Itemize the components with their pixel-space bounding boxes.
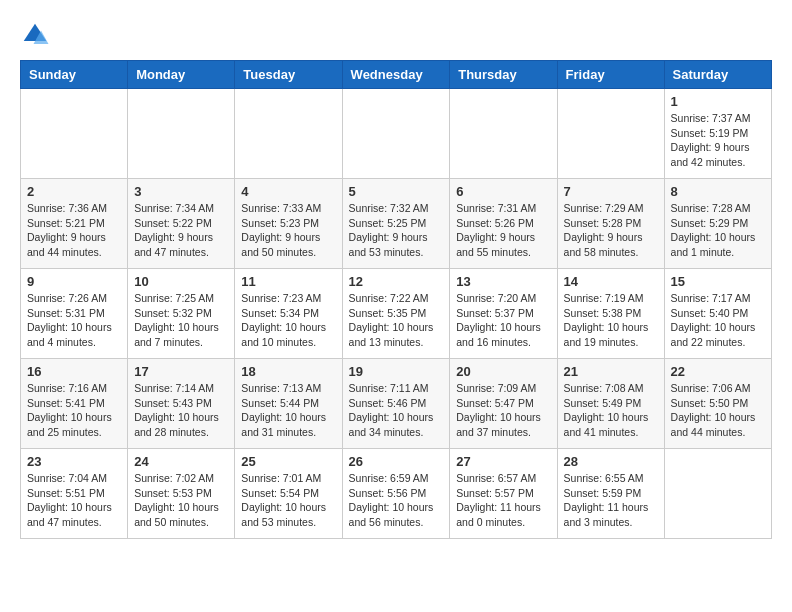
weekday-header-row: SundayMondayTuesdayWednesdayThursdayFrid…: [21, 61, 772, 89]
calendar-cell: 8Sunrise: 7:28 AM Sunset: 5:29 PM Daylig…: [664, 179, 771, 269]
calendar-cell: 12Sunrise: 7:22 AM Sunset: 5:35 PM Dayli…: [342, 269, 450, 359]
calendar-cell: 23Sunrise: 7:04 AM Sunset: 5:51 PM Dayli…: [21, 449, 128, 539]
day-info: Sunrise: 7:23 AM Sunset: 5:34 PM Dayligh…: [241, 291, 335, 350]
calendar-cell: [235, 89, 342, 179]
calendar-week-row: 2Sunrise: 7:36 AM Sunset: 5:21 PM Daylig…: [21, 179, 772, 269]
calendar-week-row: 1Sunrise: 7:37 AM Sunset: 5:19 PM Daylig…: [21, 89, 772, 179]
calendar-cell: 22Sunrise: 7:06 AM Sunset: 5:50 PM Dayli…: [664, 359, 771, 449]
calendar-cell: 18Sunrise: 7:13 AM Sunset: 5:44 PM Dayli…: [235, 359, 342, 449]
day-number: 18: [241, 364, 335, 379]
day-number: 20: [456, 364, 550, 379]
calendar-cell: 7Sunrise: 7:29 AM Sunset: 5:28 PM Daylig…: [557, 179, 664, 269]
calendar-cell: 24Sunrise: 7:02 AM Sunset: 5:53 PM Dayli…: [128, 449, 235, 539]
calendar-cell: 17Sunrise: 7:14 AM Sunset: 5:43 PM Dayli…: [128, 359, 235, 449]
weekday-header: Wednesday: [342, 61, 450, 89]
day-info: Sunrise: 6:55 AM Sunset: 5:59 PM Dayligh…: [564, 471, 658, 530]
day-number: 23: [27, 454, 121, 469]
day-info: Sunrise: 7:36 AM Sunset: 5:21 PM Dayligh…: [27, 201, 121, 260]
logo-icon: [20, 20, 50, 50]
weekday-header: Tuesday: [235, 61, 342, 89]
day-number: 24: [134, 454, 228, 469]
calendar-cell: 5Sunrise: 7:32 AM Sunset: 5:25 PM Daylig…: [342, 179, 450, 269]
day-info: Sunrise: 6:59 AM Sunset: 5:56 PM Dayligh…: [349, 471, 444, 530]
day-info: Sunrise: 7:31 AM Sunset: 5:26 PM Dayligh…: [456, 201, 550, 260]
calendar-cell: 4Sunrise: 7:33 AM Sunset: 5:23 PM Daylig…: [235, 179, 342, 269]
day-number: 6: [456, 184, 550, 199]
day-number: 8: [671, 184, 765, 199]
day-info: Sunrise: 7:14 AM Sunset: 5:43 PM Dayligh…: [134, 381, 228, 440]
day-info: Sunrise: 7:06 AM Sunset: 5:50 PM Dayligh…: [671, 381, 765, 440]
calendar-cell: 27Sunrise: 6:57 AM Sunset: 5:57 PM Dayli…: [450, 449, 557, 539]
calendar-cell: [557, 89, 664, 179]
calendar-cell: 13Sunrise: 7:20 AM Sunset: 5:37 PM Dayli…: [450, 269, 557, 359]
calendar-cell: 1Sunrise: 7:37 AM Sunset: 5:19 PM Daylig…: [664, 89, 771, 179]
day-number: 13: [456, 274, 550, 289]
day-info: Sunrise: 7:34 AM Sunset: 5:22 PM Dayligh…: [134, 201, 228, 260]
weekday-header: Saturday: [664, 61, 771, 89]
day-number: 17: [134, 364, 228, 379]
day-info: Sunrise: 7:02 AM Sunset: 5:53 PM Dayligh…: [134, 471, 228, 530]
calendar-cell: 19Sunrise: 7:11 AM Sunset: 5:46 PM Dayli…: [342, 359, 450, 449]
day-info: Sunrise: 7:11 AM Sunset: 5:46 PM Dayligh…: [349, 381, 444, 440]
calendar-cell: 16Sunrise: 7:16 AM Sunset: 5:41 PM Dayli…: [21, 359, 128, 449]
day-info: Sunrise: 7:13 AM Sunset: 5:44 PM Dayligh…: [241, 381, 335, 440]
calendar-week-row: 16Sunrise: 7:16 AM Sunset: 5:41 PM Dayli…: [21, 359, 772, 449]
calendar-cell: 3Sunrise: 7:34 AM Sunset: 5:22 PM Daylig…: [128, 179, 235, 269]
day-info: Sunrise: 7:25 AM Sunset: 5:32 PM Dayligh…: [134, 291, 228, 350]
day-number: 3: [134, 184, 228, 199]
calendar-cell: [21, 89, 128, 179]
day-info: Sunrise: 7:22 AM Sunset: 5:35 PM Dayligh…: [349, 291, 444, 350]
weekday-header: Friday: [557, 61, 664, 89]
day-info: Sunrise: 7:20 AM Sunset: 5:37 PM Dayligh…: [456, 291, 550, 350]
day-info: Sunrise: 7:16 AM Sunset: 5:41 PM Dayligh…: [27, 381, 121, 440]
weekday-header: Sunday: [21, 61, 128, 89]
calendar-cell: 21Sunrise: 7:08 AM Sunset: 5:49 PM Dayli…: [557, 359, 664, 449]
day-info: Sunrise: 7:28 AM Sunset: 5:29 PM Dayligh…: [671, 201, 765, 260]
day-number: 19: [349, 364, 444, 379]
day-info: Sunrise: 7:19 AM Sunset: 5:38 PM Dayligh…: [564, 291, 658, 350]
calendar-cell: 26Sunrise: 6:59 AM Sunset: 5:56 PM Dayli…: [342, 449, 450, 539]
day-number: 10: [134, 274, 228, 289]
day-number: 16: [27, 364, 121, 379]
calendar-cell: 6Sunrise: 7:31 AM Sunset: 5:26 PM Daylig…: [450, 179, 557, 269]
calendar-cell: [450, 89, 557, 179]
day-number: 2: [27, 184, 121, 199]
calendar-cell: [664, 449, 771, 539]
day-number: 11: [241, 274, 335, 289]
day-number: 22: [671, 364, 765, 379]
day-info: Sunrise: 7:33 AM Sunset: 5:23 PM Dayligh…: [241, 201, 335, 260]
day-info: Sunrise: 7:04 AM Sunset: 5:51 PM Dayligh…: [27, 471, 121, 530]
calendar-cell: 11Sunrise: 7:23 AM Sunset: 5:34 PM Dayli…: [235, 269, 342, 359]
calendar-cell: 20Sunrise: 7:09 AM Sunset: 5:47 PM Dayli…: [450, 359, 557, 449]
calendar-cell: 28Sunrise: 6:55 AM Sunset: 5:59 PM Dayli…: [557, 449, 664, 539]
day-info: Sunrise: 7:37 AM Sunset: 5:19 PM Dayligh…: [671, 111, 765, 170]
day-number: 9: [27, 274, 121, 289]
day-number: 1: [671, 94, 765, 109]
day-number: 28: [564, 454, 658, 469]
day-number: 25: [241, 454, 335, 469]
day-info: Sunrise: 7:09 AM Sunset: 5:47 PM Dayligh…: [456, 381, 550, 440]
calendar-week-row: 23Sunrise: 7:04 AM Sunset: 5:51 PM Dayli…: [21, 449, 772, 539]
day-number: 15: [671, 274, 765, 289]
day-info: Sunrise: 7:17 AM Sunset: 5:40 PM Dayligh…: [671, 291, 765, 350]
calendar-cell: 10Sunrise: 7:25 AM Sunset: 5:32 PM Dayli…: [128, 269, 235, 359]
calendar-cell: 14Sunrise: 7:19 AM Sunset: 5:38 PM Dayli…: [557, 269, 664, 359]
day-info: Sunrise: 6:57 AM Sunset: 5:57 PM Dayligh…: [456, 471, 550, 530]
calendar-cell: 15Sunrise: 7:17 AM Sunset: 5:40 PM Dayli…: [664, 269, 771, 359]
weekday-header: Monday: [128, 61, 235, 89]
calendar-cell: [342, 89, 450, 179]
page-header: [20, 20, 772, 50]
calendar-cell: 25Sunrise: 7:01 AM Sunset: 5:54 PM Dayli…: [235, 449, 342, 539]
day-info: Sunrise: 7:08 AM Sunset: 5:49 PM Dayligh…: [564, 381, 658, 440]
day-info: Sunrise: 7:26 AM Sunset: 5:31 PM Dayligh…: [27, 291, 121, 350]
calendar-cell: 9Sunrise: 7:26 AM Sunset: 5:31 PM Daylig…: [21, 269, 128, 359]
day-number: 14: [564, 274, 658, 289]
day-number: 21: [564, 364, 658, 379]
calendar-cell: [128, 89, 235, 179]
logo: [20, 20, 54, 50]
day-number: 12: [349, 274, 444, 289]
calendar-week-row: 9Sunrise: 7:26 AM Sunset: 5:31 PM Daylig…: [21, 269, 772, 359]
day-info: Sunrise: 7:32 AM Sunset: 5:25 PM Dayligh…: [349, 201, 444, 260]
day-number: 5: [349, 184, 444, 199]
day-info: Sunrise: 7:29 AM Sunset: 5:28 PM Dayligh…: [564, 201, 658, 260]
